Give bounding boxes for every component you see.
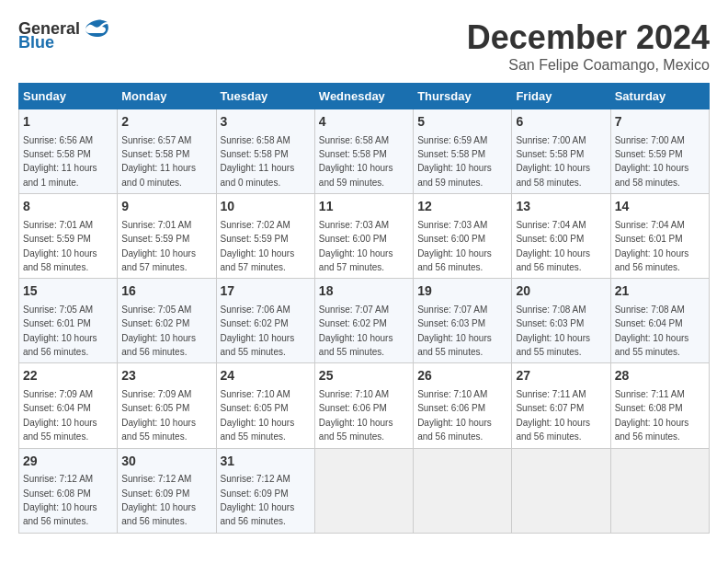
sunrise-info: Sunrise: 7:09 AM xyxy=(121,389,191,399)
calendar-cell: 28 Sunrise: 7:11 AM Sunset: 6:08 PM Dayl… xyxy=(610,363,709,448)
sunrise-info: Sunrise: 7:04 AM xyxy=(615,220,685,230)
calendar-cell xyxy=(314,448,413,533)
sunrise-info: Sunrise: 7:09 AM xyxy=(23,389,93,399)
weekday-header-friday: Friday xyxy=(512,84,610,109)
calendar-cell: 26 Sunrise: 7:10 AM Sunset: 6:06 PM Dayl… xyxy=(414,363,512,448)
day-number: 5 xyxy=(417,113,507,132)
daylight-info: Daylight: 10 hours and 55 minutes. xyxy=(319,333,393,357)
sunrise-info: Sunrise: 7:12 AM xyxy=(23,474,93,484)
day-number: 13 xyxy=(516,198,606,216)
sunset-info: Sunset: 6:06 PM xyxy=(417,403,485,413)
sunset-info: Sunset: 5:58 PM xyxy=(417,149,485,159)
calendar-week-row: 1 Sunrise: 6:56 AM Sunset: 5:58 PM Dayli… xyxy=(19,109,710,194)
daylight-info: Daylight: 10 hours and 55 minutes. xyxy=(121,418,196,442)
daylight-info: Daylight: 11 hours and 0 minutes. xyxy=(221,163,295,187)
daylight-info: Daylight: 10 hours and 56 minutes. xyxy=(516,418,590,442)
day-number: 2 xyxy=(121,113,211,132)
daylight-info: Daylight: 10 hours and 58 minutes. xyxy=(615,163,689,187)
daylight-info: Daylight: 10 hours and 55 minutes. xyxy=(221,333,295,357)
calendar-cell: 1 Sunrise: 6:56 AM Sunset: 5:58 PM Dayli… xyxy=(19,109,118,194)
sunset-info: Sunset: 6:09 PM xyxy=(221,488,289,499)
sunset-info: Sunset: 5:58 PM xyxy=(319,149,387,159)
weekday-header-wednesday: Wednesday xyxy=(314,84,413,109)
sunset-info: Sunset: 6:02 PM xyxy=(319,318,387,328)
day-number: 4 xyxy=(319,113,409,132)
sunset-info: Sunset: 6:04 PM xyxy=(23,403,91,413)
weekday-header-sunday: Sunday xyxy=(19,84,118,109)
sunset-info: Sunset: 6:00 PM xyxy=(417,234,485,244)
sunrise-info: Sunrise: 6:57 AM xyxy=(121,135,191,145)
sunrise-info: Sunrise: 7:08 AM xyxy=(516,304,586,315)
day-number: 26 xyxy=(417,367,507,385)
calendar-cell: 7 Sunrise: 7:00 AM Sunset: 5:59 PM Dayli… xyxy=(610,109,709,194)
calendar-week-row: 15 Sunrise: 7:05 AM Sunset: 6:01 PM Dayl… xyxy=(19,279,710,363)
day-number: 24 xyxy=(221,367,311,385)
calendar-cell: 10 Sunrise: 7:02 AM Sunset: 5:59 PM Dayl… xyxy=(216,194,314,279)
sunset-info: Sunset: 5:58 PM xyxy=(221,149,289,159)
sunrise-info: Sunrise: 6:58 AM xyxy=(319,135,389,145)
daylight-info: Daylight: 11 hours and 1 minute. xyxy=(23,163,97,187)
sunset-info: Sunset: 5:58 PM xyxy=(23,149,91,159)
daylight-info: Daylight: 10 hours and 55 minutes. xyxy=(615,333,689,357)
sunrise-info: Sunrise: 7:10 AM xyxy=(417,389,487,399)
day-number: 25 xyxy=(319,367,409,385)
weekday-header-thursday: Thursday xyxy=(414,84,512,109)
calendar-cell: 27 Sunrise: 7:11 AM Sunset: 6:07 PM Dayl… xyxy=(512,363,610,448)
sunrise-info: Sunrise: 7:02 AM xyxy=(221,220,290,230)
day-number: 18 xyxy=(319,282,409,301)
calendar-cell: 22 Sunrise: 7:09 AM Sunset: 6:04 PM Dayl… xyxy=(19,363,118,448)
calendar-cell: 15 Sunrise: 7:05 AM Sunset: 6:01 PM Dayl… xyxy=(19,279,118,363)
calendar-cell: 16 Sunrise: 7:05 AM Sunset: 6:02 PM Dayl… xyxy=(118,279,216,363)
page-header: General Blue December 2024 San Felipe Co… xyxy=(18,18,710,74)
day-number: 20 xyxy=(516,282,606,301)
day-number: 19 xyxy=(417,282,507,301)
calendar-cell: 13 Sunrise: 7:04 AM Sunset: 6:00 PM Dayl… xyxy=(512,194,610,279)
sunset-info: Sunset: 5:59 PM xyxy=(615,149,683,159)
daylight-info: Daylight: 10 hours and 55 minutes. xyxy=(417,333,492,357)
sunrise-info: Sunrise: 6:59 AM xyxy=(417,135,487,145)
calendar-cell: 21 Sunrise: 7:08 AM Sunset: 6:04 PM Dayl… xyxy=(610,279,709,363)
sunset-info: Sunset: 6:01 PM xyxy=(23,318,91,328)
sunset-info: Sunset: 5:59 PM xyxy=(221,234,289,244)
calendar-cell: 4 Sunrise: 6:58 AM Sunset: 5:58 PM Dayli… xyxy=(314,109,413,194)
sunset-info: Sunset: 6:02 PM xyxy=(221,318,289,328)
sunrise-info: Sunrise: 7:05 AM xyxy=(121,304,191,315)
calendar-header-row: SundayMondayTuesdayWednesdayThursdayFrid… xyxy=(19,84,710,109)
logo: General Blue xyxy=(18,18,109,52)
weekday-header-monday: Monday xyxy=(118,84,216,109)
daylight-info: Daylight: 10 hours and 57 minutes. xyxy=(319,248,393,272)
sunrise-info: Sunrise: 7:00 AM xyxy=(516,135,586,145)
day-number: 10 xyxy=(221,198,311,216)
day-number: 12 xyxy=(417,198,507,216)
sunset-info: Sunset: 6:03 PM xyxy=(417,318,485,328)
day-number: 6 xyxy=(516,113,606,132)
daylight-info: Daylight: 10 hours and 56 minutes. xyxy=(121,502,196,526)
sunset-info: Sunset: 6:02 PM xyxy=(121,318,189,328)
calendar-cell: 18 Sunrise: 7:07 AM Sunset: 6:02 PM Dayl… xyxy=(314,279,413,363)
daylight-info: Daylight: 10 hours and 56 minutes. xyxy=(23,502,97,526)
day-number: 8 xyxy=(23,198,113,216)
day-number: 14 xyxy=(615,198,705,216)
calendar-week-row: 22 Sunrise: 7:09 AM Sunset: 6:04 PM Dayl… xyxy=(19,363,710,448)
daylight-info: Daylight: 10 hours and 58 minutes. xyxy=(516,163,590,187)
calendar-cell: 31 Sunrise: 7:12 AM Sunset: 6:09 PM Dayl… xyxy=(216,448,314,533)
day-number: 23 xyxy=(121,367,211,385)
day-number: 22 xyxy=(23,367,113,385)
sunrise-info: Sunrise: 7:10 AM xyxy=(319,389,389,399)
calendar-cell: 5 Sunrise: 6:59 AM Sunset: 5:58 PM Dayli… xyxy=(414,109,512,194)
day-number: 17 xyxy=(221,282,311,301)
sunset-info: Sunset: 6:00 PM xyxy=(516,234,584,244)
sunrise-info: Sunrise: 7:01 AM xyxy=(121,220,191,230)
day-number: 11 xyxy=(319,198,409,216)
sunrise-info: Sunrise: 7:12 AM xyxy=(221,474,290,484)
daylight-info: Daylight: 10 hours and 59 minutes. xyxy=(319,163,393,187)
sunset-info: Sunset: 6:05 PM xyxy=(221,403,289,413)
day-number: 15 xyxy=(23,282,113,301)
logo-bird-icon xyxy=(84,18,109,39)
sunrise-info: Sunrise: 7:07 AM xyxy=(417,304,487,315)
weekday-header-saturday: Saturday xyxy=(610,84,709,109)
calendar-cell: 24 Sunrise: 7:10 AM Sunset: 6:05 PM Dayl… xyxy=(216,363,314,448)
sunset-info: Sunset: 5:58 PM xyxy=(516,149,584,159)
daylight-info: Daylight: 10 hours and 56 minutes. xyxy=(121,333,196,357)
daylight-info: Daylight: 10 hours and 56 minutes. xyxy=(615,418,689,442)
